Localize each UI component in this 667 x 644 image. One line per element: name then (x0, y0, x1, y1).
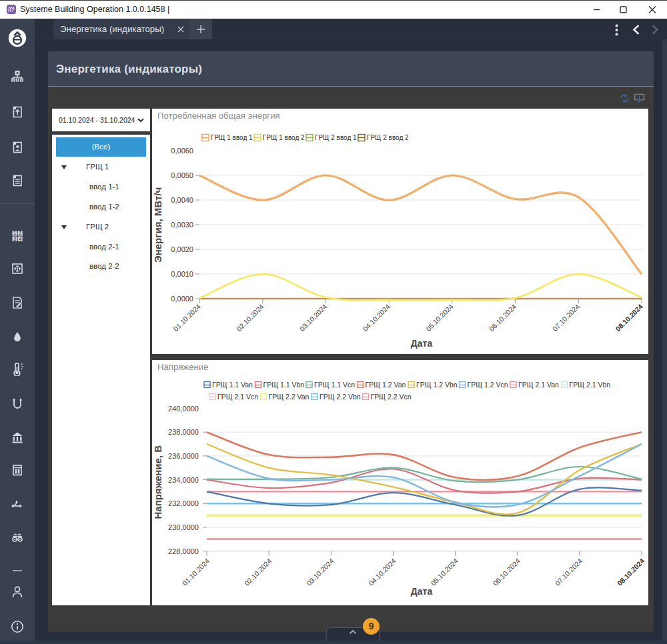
svg-text:ГРЩ 1.2 Van: ГРЩ 1.2 Van (366, 381, 406, 389)
svg-text:ГРЩ 2.1 Vcn: ГРЩ 2.1 Vcn (217, 393, 258, 401)
svg-text:ГРЩ 1 ввод 1: ГРЩ 1 ввод 1 (211, 134, 253, 141)
svg-text:ГРЩ 2 ввод 1: ГРЩ 2 ввод 1 (315, 134, 357, 141)
svg-text:ГРЩ 1.1 Vbn: ГРЩ 1.1 Vbn (263, 381, 305, 389)
svg-text:ГРЩ 1.2 Vbn: ГРЩ 1.2 Vbn (416, 381, 458, 389)
svg-text:ГРЩ 2.2 Vbn: ГРЩ 2.2 Vbn (319, 393, 361, 401)
svg-text:ГРЩ 1.1 Vcn: ГРЩ 1.1 Vcn (314, 381, 355, 389)
svg-text:ГРЩ 1.2 Vcn: ГРЩ 1.2 Vcn (468, 381, 508, 389)
svg-text:ГРЩ 2 ввод 2: ГРЩ 2 ввод 2 (367, 134, 409, 141)
svg-text:3: 3 (13, 237, 16, 241)
svg-text:ГРЩ 1.1 Van: ГРЩ 1.1 Van (212, 381, 253, 389)
svg-text:2: 2 (19, 231, 21, 235)
svg-text:ГРЩ 2.1 Vbn: ГРЩ 2.1 Vbn (570, 381, 611, 389)
svg-text:1: 1 (13, 231, 16, 235)
svg-text:ГРЩ 2.1 Van: ГРЩ 2.1 Van (518, 381, 559, 389)
svg-text:ГРЩ 2.2 Van: ГРЩ 2.2 Van (269, 393, 309, 401)
svg-text:4: 4 (19, 237, 21, 241)
svg-text:ГРЩ 2.2 Vcn: ГРЩ 2.2 Vcn (371, 393, 412, 401)
svg-text:ГРЩ 1 ввод 2: ГРЩ 1 ввод 2 (263, 134, 305, 141)
